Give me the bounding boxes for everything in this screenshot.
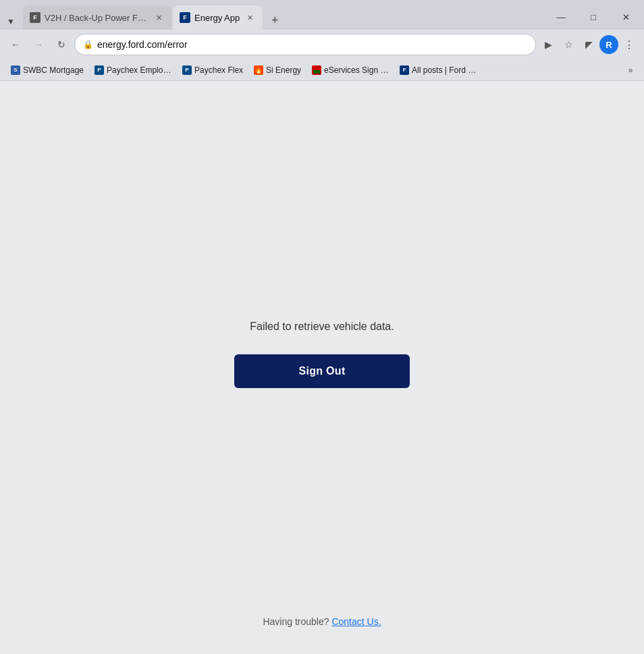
footer-static-text: Having trouble? <box>263 616 329 627</box>
si-energy-favicon: 🔥 <box>254 65 263 75</box>
bookmark-si-energy[interactable]: 🔥 Si Energy <box>248 63 306 78</box>
chrome-menu-button[interactable]: ⋮ <box>620 35 639 54</box>
url-text: energy.ford.com/error <box>97 39 527 50</box>
navigation-bar: ← → ↻ 🔒 energy.ford.com/error ▶ ☆ ◤ R ⋮ <box>0 30 644 59</box>
paychex-employee-favicon: P <box>95 65 104 75</box>
tab1-title: V2H / Back-Up Power For Hom... <box>45 13 149 23</box>
bookmark-ford-posts[interactable]: F All posts | Ford Ligh... <box>394 63 482 78</box>
reload-button[interactable]: ↻ <box>51 34 72 55</box>
bookmark-star-button[interactable]: ☆ <box>559 35 578 54</box>
bookmark-ford-posts-label: All posts | Ford Ligh... <box>412 65 477 75</box>
new-tab-button[interactable]: + <box>265 11 284 30</box>
svg-rect-0 <box>313 67 320 70</box>
close-button[interactable]: ✕ <box>610 7 641 27</box>
bookmarks-bar: S SWBC Mortgage P Paychex Employee S... … <box>0 59 644 81</box>
cast-tab-button[interactable]: ◤ <box>579 35 598 54</box>
svg-rect-1 <box>313 70 320 74</box>
error-container: Failed to retrieve vehicle data. Sign Ou… <box>234 321 410 388</box>
minimize-button[interactable]: — <box>545 7 576 27</box>
contact-us-link[interactable]: Contact Us. <box>331 616 381 627</box>
tab-v2h[interactable]: F V2H / Back-Up Power For Hom... ✕ <box>23 5 171 30</box>
bookmark-eservices[interactable]: eServices Sign On -... <box>306 63 394 78</box>
profile-button[interactable]: R <box>599 35 618 54</box>
nav-right-buttons: ▶ ☆ ◤ R ⋮ <box>539 35 639 54</box>
cast-icon[interactable]: ▶ <box>539 35 558 54</box>
footer-area: Having trouble? Contact Us. <box>263 616 381 627</box>
bookmark-paychex-flex-label: Paychex Flex <box>194 65 243 75</box>
tab2-close-button[interactable]: ✕ <box>244 11 256 24</box>
chrome-window: ▼ F V2H / Back-Up Power For Hom... ✕ F E… <box>0 0 644 654</box>
swbc-favicon: S <box>11 65 20 75</box>
bookmark-eservices-label: eServices Sign On -... <box>324 65 389 75</box>
lock-icon: 🔒 <box>83 40 93 49</box>
tab-bar: ▼ F V2H / Back-Up Power For Hom... ✕ F E… <box>0 0 644 30</box>
back-button[interactable]: ← <box>5 34 26 55</box>
tab-bar-left: ▼ <box>3 13 19 30</box>
paychex-flex-favicon: P <box>182 65 192 75</box>
bookmark-paychex-flex[interactable]: P Paychex Flex <box>177 63 248 78</box>
tab-expand-button[interactable]: ▼ <box>3 13 19 30</box>
forward-button[interactable]: → <box>28 34 49 55</box>
bookmarks-more-button[interactable]: » <box>622 62 639 78</box>
bookmark-paychex-employee[interactable]: P Paychex Employee S... <box>89 63 177 78</box>
ford-posts-favicon: F <box>400 65 409 75</box>
bookmark-swbc-label: SWBC Mortgage <box>23 65 84 75</box>
bookmark-si-energy-label: Si Energy <box>266 65 301 75</box>
tab1-close-button[interactable]: ✕ <box>153 11 165 24</box>
tab2-favicon: F <box>180 12 190 23</box>
maximize-button[interactable]: □ <box>578 7 609 27</box>
bookmark-paychex-employee-label: Paychex Employee S... <box>107 65 171 75</box>
window-controls: — □ ✕ <box>545 7 641 30</box>
bookmark-swbc[interactable]: S SWBC Mortgage <box>5 63 89 78</box>
tab-energy-app[interactable]: F Energy App ✕ <box>173 5 263 30</box>
tab1-favicon: F <box>30 12 41 23</box>
tab2-title: Energy App <box>194 13 240 23</box>
page-content: Failed to retrieve vehicle data. Sign Ou… <box>0 81 644 654</box>
address-bar[interactable]: 🔒 energy.ford.com/error <box>74 34 536 55</box>
error-message: Failed to retrieve vehicle data. <box>250 321 394 333</box>
eservices-favicon <box>312 65 321 75</box>
sign-out-button[interactable]: Sign Out <box>234 354 410 388</box>
